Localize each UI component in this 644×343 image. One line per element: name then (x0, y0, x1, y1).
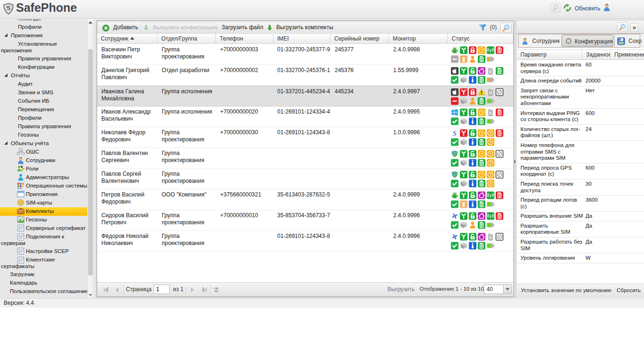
svg-text:?: ? (489, 140, 492, 145)
svg-text:S: S (453, 130, 456, 137)
svg-text:?: ? (480, 152, 483, 156)
svg-text:?: ? (489, 181, 492, 186)
svg-text:?: ? (480, 172, 483, 177)
svg-text:?: ? (480, 48, 483, 53)
svg-text:?: ? (489, 172, 492, 177)
svg-text:?: ? (480, 131, 483, 136)
svg-text:?: ? (489, 152, 492, 156)
svg-text:?: ? (489, 161, 492, 165)
svg-text:?: ? (489, 131, 492, 136)
svg-text:?: ? (480, 110, 483, 115)
